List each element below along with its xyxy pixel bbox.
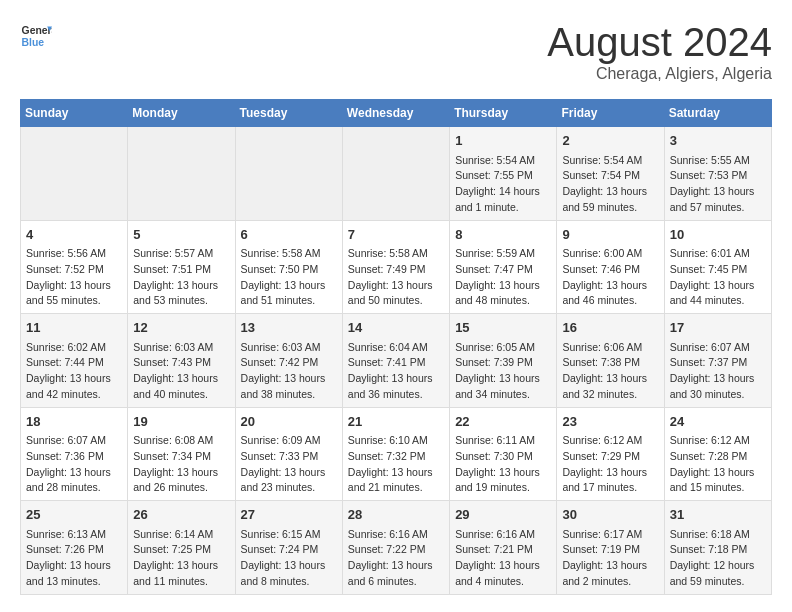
calendar-cell: 10Sunrise: 6:01 AM Sunset: 7:45 PM Dayli… [664,220,771,314]
day-number: 19 [133,412,229,432]
calendar-cell: 14Sunrise: 6:04 AM Sunset: 7:41 PM Dayli… [342,314,449,408]
calendar-cell: 6Sunrise: 5:58 AM Sunset: 7:50 PM Daylig… [235,220,342,314]
weekday-header-row: SundayMondayTuesdayWednesdayThursdayFrid… [21,100,772,127]
day-number: 10 [670,225,766,245]
cell-content: Sunrise: 6:10 AM Sunset: 7:32 PM Dayligh… [348,433,444,496]
day-number: 11 [26,318,122,338]
calendar-cell: 4Sunrise: 5:56 AM Sunset: 7:52 PM Daylig… [21,220,128,314]
cell-content: Sunrise: 6:09 AM Sunset: 7:33 PM Dayligh… [241,433,337,496]
calendar-cell: 22Sunrise: 6:11 AM Sunset: 7:30 PM Dayli… [450,407,557,501]
svg-text:Blue: Blue [22,37,45,48]
calendar-cell: 29Sunrise: 6:16 AM Sunset: 7:21 PM Dayli… [450,501,557,595]
calendar-cell: 13Sunrise: 6:03 AM Sunset: 7:42 PM Dayli… [235,314,342,408]
day-number: 7 [348,225,444,245]
day-number: 21 [348,412,444,432]
cell-content: Sunrise: 6:12 AM Sunset: 7:28 PM Dayligh… [670,433,766,496]
day-number: 4 [26,225,122,245]
logo-icon: General Blue [20,20,52,52]
calendar-cell: 31Sunrise: 6:18 AM Sunset: 7:18 PM Dayli… [664,501,771,595]
calendar-cell [128,127,235,221]
calendar-cell: 24Sunrise: 6:12 AM Sunset: 7:28 PM Dayli… [664,407,771,501]
day-number: 16 [562,318,658,338]
cell-content: Sunrise: 5:54 AM Sunset: 7:54 PM Dayligh… [562,153,658,216]
calendar-cell: 1Sunrise: 5:54 AM Sunset: 7:55 PM Daylig… [450,127,557,221]
day-number: 20 [241,412,337,432]
day-number: 9 [562,225,658,245]
day-number: 22 [455,412,551,432]
calendar-cell: 11Sunrise: 6:02 AM Sunset: 7:44 PM Dayli… [21,314,128,408]
cell-content: Sunrise: 6:15 AM Sunset: 7:24 PM Dayligh… [241,527,337,590]
cell-content: Sunrise: 6:05 AM Sunset: 7:39 PM Dayligh… [455,340,551,403]
day-number: 27 [241,505,337,525]
calendar-cell: 15Sunrise: 6:05 AM Sunset: 7:39 PM Dayli… [450,314,557,408]
calendar-cell: 28Sunrise: 6:16 AM Sunset: 7:22 PM Dayli… [342,501,449,595]
cell-content: Sunrise: 6:01 AM Sunset: 7:45 PM Dayligh… [670,246,766,309]
cell-content: Sunrise: 6:03 AM Sunset: 7:43 PM Dayligh… [133,340,229,403]
title-area: August 2024 Cheraga, Algiers, Algeria [547,20,772,83]
weekday-header-friday: Friday [557,100,664,127]
calendar-cell [342,127,449,221]
logo: General Blue [20,20,52,52]
calendar-cell: 17Sunrise: 6:07 AM Sunset: 7:37 PM Dayli… [664,314,771,408]
cell-content: Sunrise: 6:16 AM Sunset: 7:21 PM Dayligh… [455,527,551,590]
day-number: 25 [26,505,122,525]
cell-content: Sunrise: 5:58 AM Sunset: 7:50 PM Dayligh… [241,246,337,309]
day-number: 6 [241,225,337,245]
week-row-2: 4Sunrise: 5:56 AM Sunset: 7:52 PM Daylig… [21,220,772,314]
cell-content: Sunrise: 6:02 AM Sunset: 7:44 PM Dayligh… [26,340,122,403]
cell-content: Sunrise: 6:14 AM Sunset: 7:25 PM Dayligh… [133,527,229,590]
calendar-cell: 2Sunrise: 5:54 AM Sunset: 7:54 PM Daylig… [557,127,664,221]
day-number: 14 [348,318,444,338]
day-number: 30 [562,505,658,525]
day-number: 13 [241,318,337,338]
cell-content: Sunrise: 5:58 AM Sunset: 7:49 PM Dayligh… [348,246,444,309]
day-number: 24 [670,412,766,432]
cell-content: Sunrise: 6:17 AM Sunset: 7:19 PM Dayligh… [562,527,658,590]
calendar-cell: 9Sunrise: 6:00 AM Sunset: 7:46 PM Daylig… [557,220,664,314]
day-number: 29 [455,505,551,525]
cell-content: Sunrise: 5:55 AM Sunset: 7:53 PM Dayligh… [670,153,766,216]
calendar-cell: 27Sunrise: 6:15 AM Sunset: 7:24 PM Dayli… [235,501,342,595]
calendar-cell: 30Sunrise: 6:17 AM Sunset: 7:19 PM Dayli… [557,501,664,595]
cell-content: Sunrise: 5:54 AM Sunset: 7:55 PM Dayligh… [455,153,551,216]
cell-content: Sunrise: 6:08 AM Sunset: 7:34 PM Dayligh… [133,433,229,496]
day-number: 1 [455,131,551,151]
day-number: 23 [562,412,658,432]
day-number: 17 [670,318,766,338]
calendar-cell: 3Sunrise: 5:55 AM Sunset: 7:53 PM Daylig… [664,127,771,221]
day-number: 26 [133,505,229,525]
cell-content: Sunrise: 6:12 AM Sunset: 7:29 PM Dayligh… [562,433,658,496]
weekday-header-saturday: Saturday [664,100,771,127]
day-number: 18 [26,412,122,432]
calendar-cell: 19Sunrise: 6:08 AM Sunset: 7:34 PM Dayli… [128,407,235,501]
day-number: 8 [455,225,551,245]
day-number: 2 [562,131,658,151]
week-row-5: 25Sunrise: 6:13 AM Sunset: 7:26 PM Dayli… [21,501,772,595]
weekday-header-thursday: Thursday [450,100,557,127]
cell-content: Sunrise: 5:57 AM Sunset: 7:51 PM Dayligh… [133,246,229,309]
cell-content: Sunrise: 5:59 AM Sunset: 7:47 PM Dayligh… [455,246,551,309]
day-number: 12 [133,318,229,338]
week-row-4: 18Sunrise: 6:07 AM Sunset: 7:36 PM Dayli… [21,407,772,501]
svg-text:General: General [22,25,52,36]
calendar-cell: 26Sunrise: 6:14 AM Sunset: 7:25 PM Dayli… [128,501,235,595]
weekday-header-wednesday: Wednesday [342,100,449,127]
calendar-cell: 5Sunrise: 5:57 AM Sunset: 7:51 PM Daylig… [128,220,235,314]
cell-content: Sunrise: 6:13 AM Sunset: 7:26 PM Dayligh… [26,527,122,590]
calendar-cell: 23Sunrise: 6:12 AM Sunset: 7:29 PM Dayli… [557,407,664,501]
calendar-cell: 18Sunrise: 6:07 AM Sunset: 7:36 PM Dayli… [21,407,128,501]
cell-content: Sunrise: 6:16 AM Sunset: 7:22 PM Dayligh… [348,527,444,590]
calendar-cell: 8Sunrise: 5:59 AM Sunset: 7:47 PM Daylig… [450,220,557,314]
cell-content: Sunrise: 6:04 AM Sunset: 7:41 PM Dayligh… [348,340,444,403]
calendar-cell: 21Sunrise: 6:10 AM Sunset: 7:32 PM Dayli… [342,407,449,501]
cell-content: Sunrise: 6:18 AM Sunset: 7:18 PM Dayligh… [670,527,766,590]
calendar-cell: 20Sunrise: 6:09 AM Sunset: 7:33 PM Dayli… [235,407,342,501]
cell-content: Sunrise: 6:06 AM Sunset: 7:38 PM Dayligh… [562,340,658,403]
week-row-1: 1Sunrise: 5:54 AM Sunset: 7:55 PM Daylig… [21,127,772,221]
weekday-header-sunday: Sunday [21,100,128,127]
calendar-cell: 16Sunrise: 6:06 AM Sunset: 7:38 PM Dayli… [557,314,664,408]
weekday-header-monday: Monday [128,100,235,127]
calendar-cell [21,127,128,221]
cell-content: Sunrise: 6:07 AM Sunset: 7:36 PM Dayligh… [26,433,122,496]
cell-content: Sunrise: 6:03 AM Sunset: 7:42 PM Dayligh… [241,340,337,403]
